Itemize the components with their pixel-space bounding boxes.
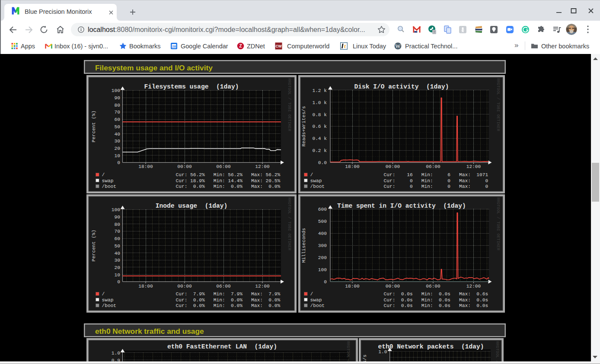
svg-text:12:00: 12:00: [466, 164, 481, 169]
svg-text:0.4 k: 0.4 k: [312, 136, 327, 141]
svg-text:20: 20: [115, 265, 121, 270]
svg-text:0: 0: [117, 160, 120, 165]
svg-text:Z: Z: [239, 44, 242, 48]
svg-text:W: W: [395, 43, 401, 49]
svg-text:00:00: 00:00: [386, 164, 400, 169]
svg-text:90: 90: [115, 95, 121, 101]
svg-text:06:00: 06:00: [216, 164, 231, 169]
svg-text:Disk I/O activity (1day): Disk I/O activity (1day): [354, 83, 449, 90]
svg-text:/: /: [310, 172, 313, 177]
svg-text:Cur: 0 Min: 0 Max:: Cur: 0 Min: 0 Max: 0: [384, 184, 488, 189]
svg-text:06:00: 06:00: [216, 284, 231, 289]
svg-text:400: 400: [318, 231, 327, 236]
svg-text:?: ?: [433, 30, 435, 34]
svg-text:100: 100: [112, 207, 120, 212]
svg-text:0.6 k: 0.6 k: [312, 124, 327, 129]
svg-text:/: /: [102, 291, 105, 297]
svg-text:Cur: 56.2% Min: 56.2% Max:: Cur: 56.2% Min: 56.2% Max: 56.2%: [176, 172, 281, 177]
svg-text:Milliseconds: Milliseconds: [301, 228, 306, 263]
svg-text:0.8 k: 0.8 k: [312, 112, 327, 117]
svg-text:18:00: 18:00: [138, 284, 153, 289]
svg-text:18:00: 18:00: [345, 164, 360, 169]
svg-text:Filesystem usage and I/O activ: Filesystem usage and I/O activity: [95, 63, 213, 72]
svg-text:Inode usage (1day): Inode usage (1day): [156, 203, 227, 209]
svg-text:90: 90: [115, 215, 121, 220]
svg-text:60: 60: [115, 236, 121, 241]
svg-text:500: 500: [318, 219, 327, 224]
svg-text:1.2 k: 1.2 k: [312, 88, 327, 93]
svg-text:Cur: 0.0s Min: 0.0s Max:: Cur: 0.0s Min: 0.0s Max: 0.0s: [384, 298, 488, 303]
svg-text:/boot: /boot: [102, 184, 117, 189]
svg-text:RRDTOOL / TOBI OETIKER: RRDTOOL / TOBI OETIKER: [495, 341, 500, 364]
svg-text:0: 0: [117, 279, 120, 285]
svg-text:eth0 Network traffic and usage: eth0 Network traffic and usage: [95, 327, 204, 336]
svg-text:30: 30: [115, 139, 121, 144]
svg-text:0: 0: [324, 279, 327, 285]
svg-text:Cur: 0.0s Min: 0.0s Max:: Cur: 0.0s Min: 0.0s Max: 0.6s: [384, 291, 488, 297]
svg-text:swap: swap: [310, 298, 322, 303]
svg-text:100: 100: [112, 88, 120, 93]
svg-text:CW: CW: [275, 44, 282, 48]
svg-text:1.0: 1.0: [112, 351, 120, 356]
svg-text:20: 20: [115, 146, 121, 151]
svg-text:28: 28: [172, 44, 176, 48]
svg-text:swap: swap: [102, 298, 114, 303]
svg-text:70: 70: [115, 110, 121, 115]
svg-text:/: /: [102, 172, 105, 177]
svg-text:eth0 Network packets (1day): eth0 Network packets (1day): [378, 343, 484, 350]
svg-text:40: 40: [115, 132, 121, 137]
svg-text:Cur: 16 Min: 6 Max:: Cur: 16 Min: 6 Max: 1071: [384, 172, 488, 177]
svg-text:18:00: 18:00: [138, 164, 153, 169]
svg-text:Cur: 7.9% Min: 7.9% Max:: Cur: 7.9% Min: 7.9% Max: 7.9%: [176, 291, 281, 297]
svg-text:/boot: /boot: [310, 184, 325, 189]
svg-text:1.0 k: 1.0 k: [312, 100, 327, 105]
svg-text:Cur: 0.0% Min: 0.0% Max:: Cur: 0.0% Min: 0.0% Max: 0.0%: [176, 303, 281, 308]
svg-text:Cur: 18.9% Min: 14.4% Max:: Cur: 18.9% Min: 14.4% Max: 20.5%: [176, 178, 281, 184]
svg-text:swap: swap: [102, 178, 114, 184]
svg-text:30: 30: [115, 258, 121, 263]
svg-text:RRDTOOL / TOBI OETIKER: RRDTOOL / TOBI OETIKER: [496, 197, 501, 250]
svg-text:Percent (%): Percent (%): [91, 230, 96, 262]
svg-text:06:00: 06:00: [426, 284, 440, 289]
svg-text:0.2 k: 0.2 k: [312, 148, 327, 153]
svg-text:RRDTOOL / TOBI OETIKER: RRDTOOL / TOBI OETIKER: [287, 197, 292, 250]
svg-text:10: 10: [115, 153, 121, 158]
svg-text:06:00: 06:00: [426, 164, 440, 169]
svg-text:12:00: 12:00: [466, 284, 481, 289]
svg-text:300: 300: [318, 243, 327, 248]
svg-text:60: 60: [115, 117, 121, 122]
svg-text:600: 600: [318, 207, 327, 212]
svg-text:Cur: 0 Min: 0 Max:: Cur: 0 Min: 0 Max: 0: [384, 178, 488, 184]
svg-text:12:00: 12:00: [255, 164, 270, 169]
svg-text:50: 50: [115, 244, 121, 249]
svg-text:/: /: [310, 291, 313, 297]
svg-text:00:00: 00:00: [386, 284, 400, 289]
svg-text:50: 50: [115, 124, 121, 130]
svg-text:Time spent in I/O activity (1: Time spent in I/O activity (1day): [337, 203, 466, 209]
svg-text:0.0: 0.0: [318, 160, 327, 165]
svg-text:100: 100: [318, 267, 327, 272]
svg-text:200: 200: [318, 255, 327, 260]
svg-text:Reads+Writes/s: Reads+Writes/s: [301, 106, 306, 146]
svg-text:Filesystems usage (1day): Filesystems usage (1day): [144, 83, 239, 90]
svg-text:40: 40: [115, 251, 121, 256]
svg-text:Percent (%): Percent (%): [91, 111, 96, 142]
svg-text:1.0: 1.0: [378, 349, 387, 355]
svg-text:/boot: /boot: [102, 303, 117, 308]
svg-text:70: 70: [115, 229, 121, 234]
svg-text:RRDTOOL / TOBI OETIKER: RRDTOOL / TOBI OETIKER: [287, 78, 292, 131]
svg-text:00:00: 00:00: [177, 164, 192, 169]
svg-text:Cur: 0.0% Min: 0.0% Max:: Cur: 0.0% Min: 0.0% Max: 0.0%: [176, 184, 281, 189]
svg-text:Cur: 0.0s Min: 0.0s Max:: Cur: 0.0s Min: 0.0s Max: 0.0s: [384, 303, 488, 308]
svg-text:10: 10: [115, 272, 121, 278]
svg-text:swap: swap: [310, 178, 322, 184]
svg-text:eth0 FastEthernet LAN (1day): eth0 FastEthernet LAN (1day): [167, 343, 277, 350]
svg-text:00:00: 00:00: [177, 284, 192, 289]
svg-text:80: 80: [115, 222, 121, 227]
svg-text:RRDTOOL / TOBI OETIKER: RRDTOOL / TOBI OETIKER: [496, 78, 501, 131]
svg-text:/boot: /boot: [310, 303, 325, 308]
svg-text:80: 80: [115, 103, 121, 108]
svg-text:RRDTOOL / TOBI OETIKER: RRDTOOL / TOBI OETIKER: [346, 341, 351, 364]
svg-text:Cur: 0.0% Min: 0.0% Max:: Cur: 0.0% Min: 0.0% Max: 0.0%: [176, 298, 281, 303]
svg-text:12:00: 12:00: [255, 284, 270, 289]
